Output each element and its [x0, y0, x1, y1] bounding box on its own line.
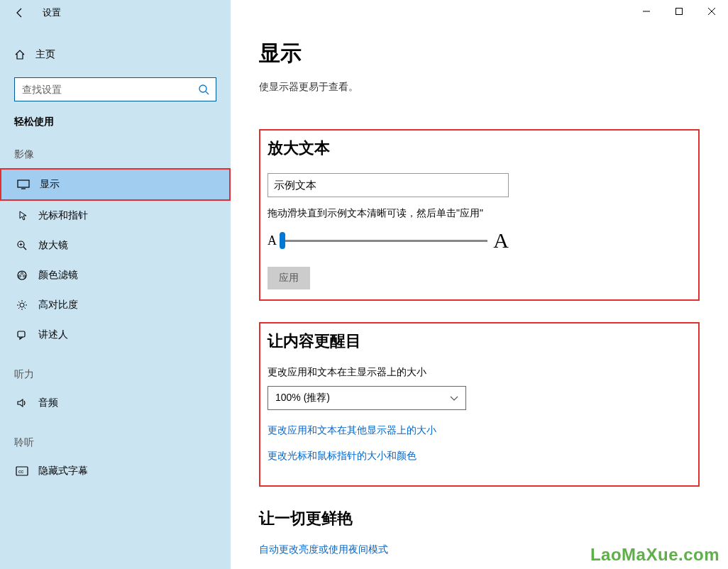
svg-point-15 — [23, 275, 26, 277]
svg-point-16 — [20, 303, 24, 307]
content-area: 显示 使显示器更易于查看。 放大文本 拖动滑块直到示例文本清晰可读，然后单击"应… — [231, 25, 728, 569]
category-title: 轻松使用 — [0, 116, 231, 144]
sidebar-item-label: 光标和指针 — [38, 209, 88, 222]
big-a-icon: A — [493, 228, 509, 253]
highcontrast-icon — [14, 299, 30, 311]
section-title: 让内容更醒目 — [268, 331, 691, 352]
sidebar-item-label: 显示 — [40, 178, 60, 191]
sidebar-item-cursor[interactable]: 光标和指针 — [0, 201, 231, 231]
magnifier-icon — [14, 239, 30, 252]
svg-text:cc: cc — [18, 469, 24, 474]
group-label-interaction: 聆听 — [0, 432, 231, 456]
search-box[interactable] — [14, 77, 216, 101]
cc-icon: cc — [14, 465, 30, 477]
section-title: 让一切更鲜艳 — [259, 508, 700, 529]
make-bigger-section: 让内容更醒目 更改应用和文本在主显示器上的大小 100% (推荐) 更改应用和文… — [259, 322, 700, 487]
scale-label: 更改应用和文本在主显示器上的大小 — [268, 366, 691, 379]
sidebar-item-narrator[interactable]: 讲述人 — [0, 320, 231, 350]
audio-icon — [14, 397, 30, 409]
apply-button[interactable]: 应用 — [268, 267, 310, 289]
enlarge-text-section: 放大文本 拖动滑块直到示例文本清晰可读，然后单击"应用" A A 应用 — [259, 129, 700, 301]
svg-line-9 — [23, 247, 26, 250]
sidebar-item-label: 颜色滤镜 — [38, 269, 78, 282]
cursor-size-link[interactable]: 更改光标和鼠标指针的大小和颜色 — [268, 450, 691, 463]
home-icon — [14, 49, 31, 60]
svg-line-24 — [25, 302, 26, 303]
sidebar-item-label: 隐藏式字幕 — [38, 465, 88, 477]
svg-line-23 — [18, 308, 20, 309]
sidebar-item-cc[interactable]: cc 隐藏式字幕 — [0, 456, 231, 486]
colorfilter-icon — [14, 269, 30, 282]
svg-line-22 — [25, 308, 26, 309]
sidebar-item-magnifier[interactable]: 放大镜 — [0, 231, 231, 260]
svg-rect-6 — [18, 180, 29, 187]
sidebar-item-label: 放大镜 — [38, 239, 68, 252]
narrator-icon — [14, 328, 30, 341]
display-icon — [16, 178, 31, 191]
sidebar-item-display[interactable]: 显示 — [0, 168, 231, 201]
small-a-icon: A — [268, 233, 277, 248]
dropdown-value: 100% (推荐) — [275, 392, 330, 404]
svg-point-4 — [199, 85, 206, 92]
svg-line-5 — [206, 92, 209, 94]
home-link[interactable]: 主页 — [0, 43, 231, 67]
back-button[interactable] — [13, 6, 27, 20]
chevron-down-icon — [450, 392, 458, 404]
cursor-icon — [14, 209, 30, 222]
page-subtitle: 使显示器更易于查看。 — [259, 81, 700, 94]
svg-rect-1 — [676, 9, 683, 15]
group-label-vision: 影像 — [0, 144, 231, 168]
home-label: 主页 — [35, 48, 55, 61]
search-input[interactable] — [15, 84, 192, 95]
vivid-section: 让一切更鲜艳 自动更改亮度或使用夜间模式 — [259, 508, 700, 556]
titlebar: 设置 — [0, 0, 728, 25]
maximize-button[interactable] — [663, 0, 695, 23]
sidebar-item-label: 音频 — [38, 397, 58, 409]
slider-hint: 拖动滑块直到示例文本清晰可读，然后单击"应用" — [268, 207, 691, 220]
text-size-slider[interactable]: A A — [268, 228, 509, 253]
svg-rect-25 — [18, 331, 25, 337]
sidebar-item-colorfilter[interactable]: 颜色滤镜 — [0, 260, 231, 290]
svg-point-13 — [21, 272, 23, 275]
brightness-link[interactable]: 自动更改亮度或使用夜间模式 — [259, 543, 700, 556]
sample-text-input[interactable] — [268, 173, 509, 197]
group-label-hearing: 听力 — [0, 364, 231, 388]
scale-dropdown[interactable]: 100% (推荐) — [268, 386, 466, 410]
sidebar-item-audio[interactable]: 音频 — [0, 388, 231, 418]
svg-point-14 — [19, 275, 21, 277]
slider-track[interactable] — [282, 240, 487, 242]
sidebar-item-label: 高对比度 — [38, 299, 78, 311]
sidebar: 主页 轻松使用 影像 显示 光标和指针 放大镜 颜色滤镜 高对比度 — [0, 25, 231, 569]
close-button[interactable] — [695, 0, 728, 23]
sidebar-item-label: 讲述人 — [38, 328, 68, 341]
search-icon[interactable] — [192, 84, 216, 95]
minimize-button[interactable] — [630, 0, 663, 23]
page-title: 显示 — [259, 39, 700, 68]
section-title: 放大文本 — [268, 138, 691, 159]
sidebar-item-highcontrast[interactable]: 高对比度 — [0, 290, 231, 320]
slider-thumb[interactable] — [280, 232, 285, 249]
other-displays-link[interactable]: 更改应用和文本在其他显示器上的大小 — [268, 424, 691, 437]
window-title: 设置 — [43, 6, 61, 19]
svg-line-21 — [18, 302, 20, 303]
